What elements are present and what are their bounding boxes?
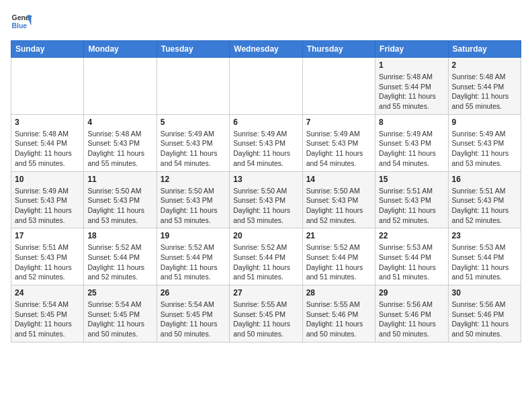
calendar-cell: 8Sunrise: 5:49 AM Sunset: 5:43 PM Daylig…: [375, 114, 448, 171]
calendar-cell: 19Sunrise: 5:52 AM Sunset: 5:44 PM Dayli…: [157, 228, 229, 285]
day-number: 27: [233, 288, 298, 298]
day-number: 20: [233, 231, 298, 240]
day-number: 12: [161, 175, 226, 184]
day-info: Sunrise: 5:53 AM Sunset: 5:44 PM Dayligh…: [379, 242, 444, 282]
calendar-cell: 15Sunrise: 5:51 AM Sunset: 5:43 PM Dayli…: [375, 171, 448, 228]
calendar-cell: 20Sunrise: 5:52 AM Sunset: 5:44 PM Dayli…: [230, 228, 302, 285]
day-number: 7: [306, 118, 371, 127]
day-number: 10: [15, 175, 80, 184]
day-number: 29: [379, 288, 444, 298]
day-info: Sunrise: 5:51 AM Sunset: 5:43 PM Dayligh…: [379, 186, 444, 226]
calendar-cell: 27Sunrise: 5:55 AM Sunset: 5:45 PM Dayli…: [230, 285, 302, 342]
day-info: Sunrise: 5:49 AM Sunset: 5:43 PM Dayligh…: [452, 129, 517, 169]
day-info: Sunrise: 5:55 AM Sunset: 5:46 PM Dayligh…: [306, 300, 371, 339]
day-info: Sunrise: 5:52 AM Sunset: 5:44 PM Dayligh…: [161, 242, 226, 282]
day-info: Sunrise: 5:53 AM Sunset: 5:44 PM Dayligh…: [452, 242, 517, 282]
calendar-cell: 7Sunrise: 5:49 AM Sunset: 5:43 PM Daylig…: [302, 114, 375, 171]
day-info: Sunrise: 5:49 AM Sunset: 5:43 PM Dayligh…: [161, 129, 226, 169]
calendar-cell: 17Sunrise: 5:51 AM Sunset: 5:43 PM Dayli…: [11, 228, 84, 285]
calendar-cell: 14Sunrise: 5:50 AM Sunset: 5:43 PM Dayli…: [302, 171, 375, 228]
day-info: Sunrise: 5:49 AM Sunset: 5:43 PM Dayligh…: [379, 129, 444, 169]
week-row-5: 24Sunrise: 5:54 AM Sunset: 5:45 PM Dayli…: [11, 285, 521, 342]
calendar-cell: 21Sunrise: 5:52 AM Sunset: 5:44 PM Dayli…: [302, 228, 375, 285]
calendar-cell: 22Sunrise: 5:53 AM Sunset: 5:44 PM Dayli…: [375, 228, 448, 285]
svg-text:Blue: Blue: [12, 22, 28, 30]
calendar-cell: 12Sunrise: 5:50 AM Sunset: 5:43 PM Dayli…: [157, 171, 229, 228]
calendar-table: SundayMondayTuesdayWednesdayThursdayFrid…: [11, 40, 521, 342]
day-info: Sunrise: 5:50 AM Sunset: 5:43 PM Dayligh…: [233, 186, 298, 226]
day-number: 23: [452, 231, 517, 240]
day-number: 19: [161, 231, 226, 240]
day-info: Sunrise: 5:50 AM Sunset: 5:43 PM Dayligh…: [87, 186, 152, 226]
day-number: 28: [306, 288, 371, 298]
calendar-cell: 4Sunrise: 5:48 AM Sunset: 5:43 PM Daylig…: [84, 114, 157, 171]
day-number: 14: [306, 175, 371, 184]
day-number: 30: [452, 288, 517, 298]
weekday-header-monday: Monday: [84, 41, 157, 58]
day-info: Sunrise: 5:50 AM Sunset: 5:43 PM Dayligh…: [161, 186, 226, 226]
week-row-2: 3Sunrise: 5:48 AM Sunset: 5:44 PM Daylig…: [11, 114, 521, 171]
calendar-cell: 26Sunrise: 5:54 AM Sunset: 5:45 PM Dayli…: [157, 285, 229, 342]
weekday-header-saturday: Saturday: [448, 41, 521, 58]
day-number: 9: [452, 118, 517, 127]
day-number: 16: [452, 175, 517, 184]
day-number: 26: [161, 288, 226, 298]
weekday-header-tuesday: Tuesday: [157, 41, 229, 58]
calendar-cell: 9Sunrise: 5:49 AM Sunset: 5:43 PM Daylig…: [448, 114, 521, 171]
day-number: 17: [15, 231, 80, 240]
calendar-cell: 25Sunrise: 5:54 AM Sunset: 5:45 PM Dayli…: [84, 285, 157, 342]
day-number: 15: [379, 175, 444, 184]
weekday-header-sunday: Sunday: [11, 41, 84, 58]
calendar-cell: 6Sunrise: 5:49 AM Sunset: 5:43 PM Daylig…: [230, 114, 302, 171]
day-number: 4: [87, 118, 152, 127]
calendar-cell: 30Sunrise: 5:56 AM Sunset: 5:46 PM Dayli…: [448, 285, 521, 342]
calendar-cell: 23Sunrise: 5:53 AM Sunset: 5:44 PM Dayli…: [448, 228, 521, 285]
day-info: Sunrise: 5:49 AM Sunset: 5:43 PM Dayligh…: [306, 129, 371, 169]
calendar-cell: 11Sunrise: 5:50 AM Sunset: 5:43 PM Dayli…: [84, 171, 157, 228]
day-info: Sunrise: 5:52 AM Sunset: 5:44 PM Dayligh…: [233, 242, 298, 282]
calendar-cell: 1Sunrise: 5:48 AM Sunset: 5:44 PM Daylig…: [375, 58, 448, 115]
day-info: Sunrise: 5:48 AM Sunset: 5:43 PM Dayligh…: [87, 129, 152, 169]
weekday-header-wednesday: Wednesday: [230, 41, 302, 58]
day-info: Sunrise: 5:48 AM Sunset: 5:44 PM Dayligh…: [452, 72, 517, 111]
day-number: 5: [161, 118, 226, 127]
day-number: 24: [15, 288, 80, 298]
logo-icon: General Blue: [11, 11, 32, 32]
logo: General Blue: [11, 11, 32, 32]
day-number: 8: [379, 118, 444, 127]
day-info: Sunrise: 5:48 AM Sunset: 5:44 PM Dayligh…: [15, 129, 80, 169]
day-info: Sunrise: 5:50 AM Sunset: 5:43 PM Dayligh…: [306, 186, 371, 226]
week-row-3: 10Sunrise: 5:49 AM Sunset: 5:43 PM Dayli…: [11, 171, 521, 228]
day-number: 13: [233, 175, 298, 184]
day-info: Sunrise: 5:52 AM Sunset: 5:44 PM Dayligh…: [87, 242, 152, 282]
calendar-cell: 10Sunrise: 5:49 AM Sunset: 5:43 PM Dayli…: [11, 171, 84, 228]
day-number: 2: [452, 60, 517, 70]
calendar-cell: [302, 58, 375, 115]
week-row-4: 17Sunrise: 5:51 AM Sunset: 5:43 PM Dayli…: [11, 228, 521, 285]
day-info: Sunrise: 5:48 AM Sunset: 5:44 PM Dayligh…: [379, 72, 444, 111]
day-info: Sunrise: 5:51 AM Sunset: 5:43 PM Dayligh…: [452, 186, 517, 226]
calendar-cell: 24Sunrise: 5:54 AM Sunset: 5:45 PM Dayli…: [11, 285, 84, 342]
day-info: Sunrise: 5:54 AM Sunset: 5:45 PM Dayligh…: [15, 300, 80, 339]
day-number: 25: [87, 288, 152, 298]
day-info: Sunrise: 5:52 AM Sunset: 5:44 PM Dayligh…: [306, 242, 371, 282]
day-number: 22: [379, 231, 444, 240]
day-info: Sunrise: 5:56 AM Sunset: 5:46 PM Dayligh…: [452, 300, 517, 339]
day-info: Sunrise: 5:54 AM Sunset: 5:45 PM Dayligh…: [87, 300, 152, 339]
day-number: 1: [379, 60, 444, 70]
calendar-cell: 18Sunrise: 5:52 AM Sunset: 5:44 PM Dayli…: [84, 228, 157, 285]
page-header: General Blue: [11, 11, 521, 32]
calendar-cell: 28Sunrise: 5:55 AM Sunset: 5:46 PM Dayli…: [302, 285, 375, 342]
day-number: 11: [87, 175, 152, 184]
day-info: Sunrise: 5:56 AM Sunset: 5:46 PM Dayligh…: [379, 300, 444, 339]
calendar-cell: [84, 58, 157, 115]
calendar-cell: [11, 58, 84, 115]
day-info: Sunrise: 5:54 AM Sunset: 5:45 PM Dayligh…: [161, 300, 226, 339]
day-info: Sunrise: 5:55 AM Sunset: 5:45 PM Dayligh…: [233, 300, 298, 339]
day-number: 6: [233, 118, 298, 127]
weekday-header-row: SundayMondayTuesdayWednesdayThursdayFrid…: [11, 41, 521, 58]
calendar-cell: 5Sunrise: 5:49 AM Sunset: 5:43 PM Daylig…: [157, 114, 229, 171]
day-info: Sunrise: 5:49 AM Sunset: 5:43 PM Dayligh…: [233, 129, 298, 169]
day-number: 18: [87, 231, 152, 240]
calendar-cell: 29Sunrise: 5:56 AM Sunset: 5:46 PM Dayli…: [375, 285, 448, 342]
